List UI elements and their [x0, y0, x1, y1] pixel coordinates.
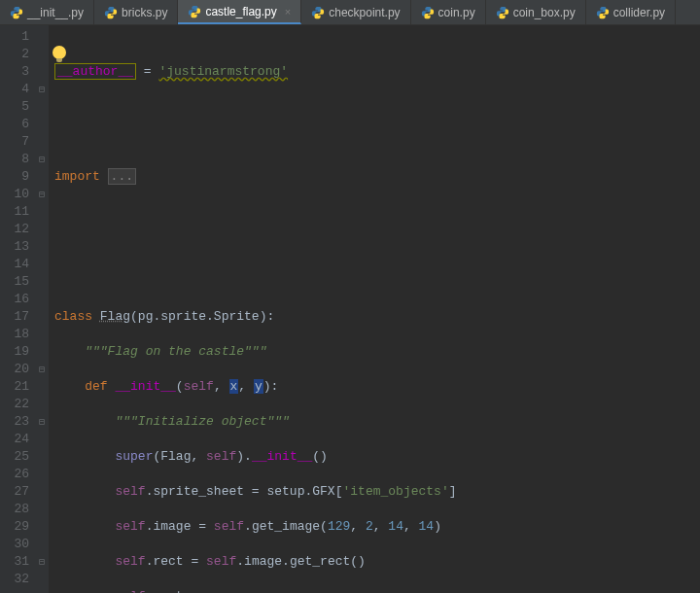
fold-marker — [35, 536, 49, 553]
fold-marker — [35, 63, 49, 81]
line-number: 31 — [0, 553, 29, 571]
fold-marker — [35, 326, 49, 343]
tab-coin-py[interactable]: coin.py — [411, 0, 486, 24]
t: .rect = — [146, 554, 206, 569]
lightbulb-icon[interactable] — [52, 46, 66, 59]
tab-collider-py[interactable]: collider.py — [586, 0, 676, 24]
fold-marker — [35, 431, 49, 448]
fold-marker — [35, 396, 49, 413]
class-name: Flag — [100, 309, 130, 324]
t: .sprite_sheet = setup.GFX[ — [146, 484, 343, 499]
python-file-icon — [10, 6, 23, 19]
t: .get_image( — [244, 519, 328, 534]
t: ] — [449, 484, 457, 499]
line-number: 29 — [0, 518, 29, 536]
fold-marker[interactable]: ⊟ — [35, 81, 49, 98]
fold-marker — [35, 256, 49, 273]
tab-checkpoint-py[interactable]: checkpoint.py — [301, 0, 410, 24]
line-number: 8 — [0, 151, 29, 168]
fold-marker[interactable]: ⊟ — [35, 361, 49, 378]
line-gutter: 1234567891011121314151617181920212223242… — [0, 25, 35, 593]
line-number: 26 — [0, 466, 29, 483]
line-number: 5 — [0, 98, 29, 116]
fold-marker[interactable]: ⊟ — [35, 151, 49, 168]
line-number: 32 — [0, 571, 29, 588]
kw-import: import — [54, 169, 108, 184]
t: , — [350, 519, 366, 534]
fold-marker[interactable]: ⊟ — [35, 413, 49, 431]
t: .image.get_rect() — [236, 554, 366, 569]
self: self — [206, 449, 236, 464]
fold-marker — [35, 133, 49, 151]
t: .rect.x = x — [146, 589, 229, 593]
line-number: 22 — [0, 396, 29, 413]
self: self — [115, 484, 145, 499]
builtin-super: super — [115, 449, 153, 464]
t: ) — [434, 519, 441, 534]
python-file-icon — [311, 6, 325, 19]
line-number: 2 — [0, 46, 29, 63]
fold-marker — [35, 291, 49, 308]
kw-class: class — [54, 309, 100, 324]
editor-area: 1234567891011121314151617181920212223242… — [0, 25, 700, 593]
line-number: 9 — [0, 168, 29, 186]
param-x: x — [229, 379, 239, 394]
fold-marker — [35, 28, 49, 46]
fold-marker — [35, 466, 49, 483]
line-number: 6 — [0, 116, 29, 133]
line-number: 24 — [0, 431, 29, 448]
line-number: 23 — [0, 413, 29, 431]
fold-marker[interactable]: ⊟ — [35, 186, 49, 203]
c: , — [214, 379, 229, 394]
line-number: 19 — [0, 343, 29, 361]
fold-marker — [35, 98, 49, 116]
self: self — [115, 554, 145, 569]
fold-marker — [35, 483, 49, 501]
line-number: 20 — [0, 361, 29, 378]
fold-marker — [35, 273, 49, 291]
python-file-icon — [596, 6, 610, 19]
folded-imports[interactable]: ... — [108, 168, 136, 185]
line-number: 21 — [0, 378, 29, 396]
num: 14 — [388, 519, 403, 534]
python-file-icon — [496, 6, 509, 19]
self: self — [206, 554, 236, 569]
line-number: 10 — [0, 186, 29, 203]
tab-castle_flag-py[interactable]: castle_flag.py× — [178, 0, 301, 24]
init-name: __init__ — [115, 379, 175, 394]
line-number: 7 — [0, 133, 29, 151]
param-y: y — [254, 379, 263, 394]
fold-marker — [35, 203, 49, 221]
tab-bricks-py[interactable]: bricks.py — [94, 0, 178, 24]
line-number: 12 — [0, 221, 29, 238]
fold-marker — [35, 168, 49, 186]
line-number: 4 — [0, 81, 29, 98]
fold-marker — [35, 116, 49, 133]
fold-marker — [35, 221, 49, 238]
line-number: 18 — [0, 326, 29, 343]
line-number: 16 — [0, 291, 29, 308]
fold-marker — [35, 343, 49, 361]
t: ). — [236, 449, 252, 464]
tab-coin_box-py[interactable]: coin_box.py — [486, 0, 586, 24]
self: self — [184, 379, 214, 394]
tab-__init__-py[interactable]: __init__.py — [0, 0, 94, 24]
python-file-icon — [188, 5, 201, 18]
fold-marker — [35, 46, 49, 63]
close-icon[interactable]: × — [285, 6, 291, 17]
line-number: 14 — [0, 256, 29, 273]
fold-column[interactable]: ⊟⊟⊟⊟⊟⊟ — [35, 25, 49, 593]
line-number: 30 — [0, 536, 29, 553]
docstring: """Flag on the castle""" — [85, 344, 266, 359]
line-number: 25 — [0, 448, 29, 466]
dunder-init: __init__ — [252, 449, 312, 464]
fold-marker[interactable]: ⊟ — [35, 553, 49, 571]
eq: = — [136, 64, 158, 79]
str: 'item_objects' — [342, 484, 448, 499]
python-file-icon — [421, 6, 435, 19]
t: , — [403, 519, 419, 534]
fold-marker — [35, 238, 49, 256]
kw-def: def — [85, 379, 115, 394]
t: (Flag, — [153, 449, 206, 464]
code-area[interactable]: __author__ = 'justinarmstrong' import ..… — [49, 25, 700, 593]
